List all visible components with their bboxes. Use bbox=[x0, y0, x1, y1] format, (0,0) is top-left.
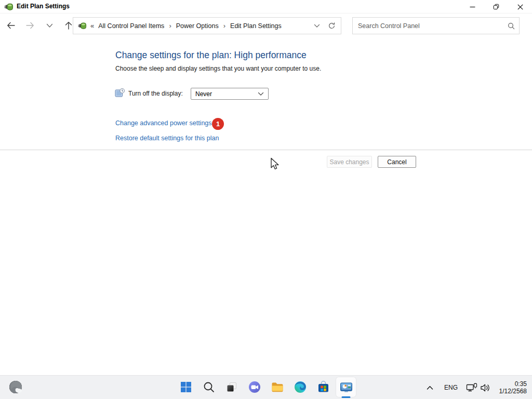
titlebar: Edit Plan Settings bbox=[0, 0, 532, 14]
navigation-bar: « All Control Panel Items › Power Option… bbox=[0, 14, 532, 37]
chevron-down-icon bbox=[314, 24, 320, 28]
close-icon bbox=[517, 4, 523, 10]
display-clock-icon bbox=[115, 88, 125, 98]
window-title: Edit Plan Settings bbox=[17, 3, 70, 10]
taskbar-icon-edge[interactable] bbox=[290, 377, 310, 397]
tray-status-icons[interactable] bbox=[464, 383, 495, 392]
cancel-button[interactable]: Cancel bbox=[378, 156, 416, 168]
minimize-icon bbox=[470, 4, 475, 10]
window-controls bbox=[460, 0, 532, 14]
language-indicator[interactable]: ENG bbox=[438, 384, 464, 391]
edge-browser-icon bbox=[294, 380, 307, 394]
address-dropdown-button[interactable] bbox=[310, 18, 324, 34]
search-input[interactable] bbox=[353, 18, 503, 34]
restore-button[interactable] bbox=[484, 0, 508, 14]
file-explorer-icon bbox=[271, 380, 284, 394]
up-arrow-icon bbox=[64, 21, 73, 30]
dropdown-selected-value: Never bbox=[195, 90, 258, 98]
turn-off-display-label: Turn off the display: bbox=[128, 90, 183, 97]
save-changes-button[interactable]: Save changes bbox=[327, 156, 372, 168]
network-ethernet-icon bbox=[466, 383, 477, 392]
taskbar-icon-start[interactable] bbox=[176, 377, 196, 397]
search-icon bbox=[203, 381, 215, 393]
tray-time: 0:35 bbox=[498, 380, 527, 388]
close-button[interactable] bbox=[508, 0, 532, 14]
chevron-down-icon bbox=[258, 92, 264, 96]
search-icon[interactable] bbox=[503, 22, 519, 30]
power-options-icon bbox=[4, 2, 14, 11]
task-view-icon bbox=[225, 381, 238, 393]
control-panel-icon bbox=[339, 380, 353, 394]
breadcrumb-overflow-chevron[interactable]: « bbox=[90, 22, 94, 30]
breadcrumb-separator: › bbox=[223, 22, 225, 30]
restore-default-settings-link[interactable]: Restore default settings for this plan bbox=[115, 135, 219, 142]
breadcrumb-item-power-options[interactable]: Power Options bbox=[176, 22, 219, 30]
taskbar-center-icons bbox=[176, 377, 356, 397]
taskbar-icon-file-explorer[interactable] bbox=[268, 377, 287, 397]
taskbar-icon-chat[interactable] bbox=[245, 377, 264, 397]
page-title: Change settings for the plan: High perfo… bbox=[115, 50, 307, 61]
breadcrumb-item-edit-plan-settings[interactable]: Edit Plan Settings bbox=[230, 22, 282, 30]
restore-icon bbox=[493, 4, 499, 10]
forward-button[interactable] bbox=[24, 20, 36, 31]
active-app-indicator bbox=[342, 396, 351, 398]
refresh-button[interactable] bbox=[324, 18, 339, 34]
annotation-badge-1: 1 bbox=[212, 118, 224, 130]
search-box bbox=[352, 17, 520, 34]
hidden-icons-chevron-icon[interactable] bbox=[422, 385, 438, 390]
change-advanced-power-settings-link[interactable]: Change advanced power settings bbox=[115, 119, 212, 127]
mouse-cursor bbox=[269, 157, 280, 172]
widgets-weather-icon[interactable] bbox=[8, 380, 24, 395]
forward-arrow-icon bbox=[25, 21, 35, 30]
recent-locations-button[interactable] bbox=[44, 20, 55, 31]
desktop-screen: Edit Plan Settings bbox=[0, 0, 532, 399]
taskbar-icon-task-view[interactable] bbox=[222, 377, 242, 397]
volume-icon bbox=[480, 383, 490, 392]
microsoft-store-icon bbox=[317, 381, 330, 394]
power-options-icon bbox=[78, 21, 87, 30]
chevron-down-icon bbox=[46, 23, 53, 28]
back-arrow-icon bbox=[6, 21, 16, 30]
tray-clock[interactable]: 0:35 1/12/2568 bbox=[495, 380, 527, 395]
tray-date: 1/12/2568 bbox=[498, 388, 527, 395]
refresh-icon bbox=[328, 22, 336, 30]
taskbar: ENG 0:35 1/12/2568 bbox=[0, 375, 532, 399]
chat-video-icon bbox=[248, 380, 261, 394]
windows-logo-icon bbox=[180, 381, 192, 393]
back-button[interactable] bbox=[5, 20, 17, 31]
breadcrumb-separator: › bbox=[169, 22, 171, 30]
turn-off-display-dropdown[interactable]: Never bbox=[191, 88, 269, 100]
taskbar-icon-store[interactable] bbox=[313, 377, 333, 397]
system-tray: ENG 0:35 1/12/2568 bbox=[422, 376, 527, 399]
taskbar-icon-search[interactable] bbox=[199, 377, 219, 397]
page-subtitle: Choose the sleep and display settings th… bbox=[115, 65, 321, 72]
address-bar[interactable]: « All Control Panel Items › Power Option… bbox=[73, 17, 341, 34]
minimize-button[interactable] bbox=[460, 0, 484, 14]
taskbar-icon-control-panel[interactable] bbox=[336, 377, 356, 397]
content-divider bbox=[0, 150, 532, 150]
breadcrumb-item-all-control-panel-items[interactable]: All Control Panel Items bbox=[98, 22, 164, 30]
